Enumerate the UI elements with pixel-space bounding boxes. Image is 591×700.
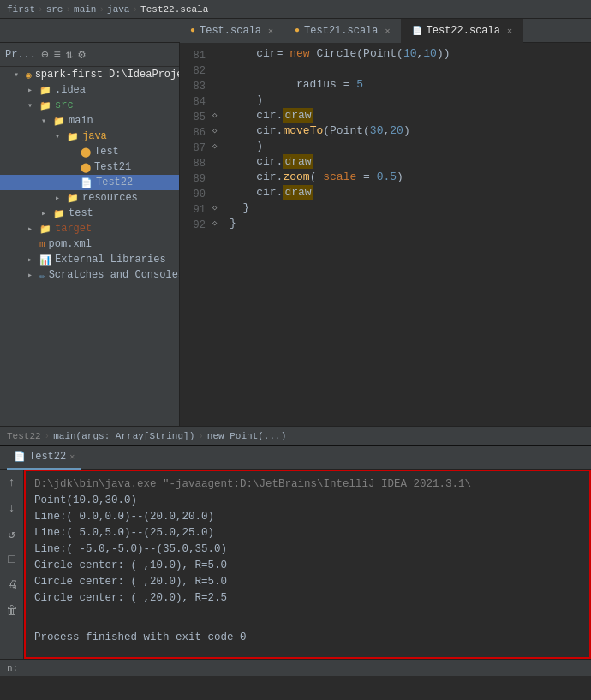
pom-icon: m (39, 239, 45, 249)
tree-label-scratches: Scratches and Consoles (49, 269, 180, 281)
tree-label-main: main (69, 115, 93, 127)
tab-test22-close[interactable]: ✕ (507, 26, 512, 36)
editor-bc-point: new Point(...) (207, 431, 286, 441)
tree-label-idea: .idea (55, 84, 86, 96)
tree-label-test21: Test21 (94, 161, 131, 173)
tree-main[interactable]: ▾ 📁 main (0, 113, 179, 129)
gutter-86: ◇ (212, 123, 226, 139)
tree-label-test: Test (94, 146, 119, 158)
tree-label-ext-lib: External Libraries (55, 254, 166, 266)
add-icon[interactable]: ⊕ (41, 47, 48, 62)
tree-arrow-src: ▾ (27, 100, 39, 111)
folder-icon-test: 📁 (53, 208, 65, 219)
tree-ext-lib[interactable]: ▸ 📊 External Libraries (0, 252, 179, 267)
tree-spark-first[interactable]: ▾ ◉ spark-first D:\IdeaProjects\s (0, 67, 179, 82)
code-line-90: cir.draw (212, 185, 591, 200)
gear-icon[interactable]: ⚙ (78, 47, 85, 62)
editor-bc-main: main(args: Array[String]) (53, 431, 194, 441)
output-line-8 (34, 607, 581, 623)
gutter-87: ◇ (212, 139, 226, 154)
code-line-84: ) (212, 93, 591, 108)
folder-icon-src: 📁 (39, 100, 51, 111)
sidebar-toolbar: Pr... ⊕ ≡ ⇅ ⚙ (0, 43, 179, 67)
breadcrumb-sep-1: › (38, 4, 44, 15)
scroll-down-icon[interactable]: ↓ (3, 499, 21, 518)
tab-test21[interactable]: ● Test21.scala ✕ (284, 19, 401, 43)
main-layout: Pr... ⊕ ≡ ⇅ ⚙ ▾ ◉ spark-first D:\IdeaPro… (0, 43, 591, 426)
sort-icon[interactable]: ⇅ (66, 47, 73, 62)
tab-test-label: Test.scala (200, 25, 261, 37)
tree-arrow-spark: ▾ (14, 69, 26, 80)
run-sidebar-icons: ↑ ↓ ↺ □ 🖨 🗑 (0, 470, 24, 659)
output-line-9: Process finished with exit code 0 (34, 630, 581, 646)
tree-test22-class[interactable]: 📄 Test22 (0, 175, 179, 190)
folder-icon-java: 📁 (67, 131, 79, 142)
run-panel: 📄 Test22 ✕ ↑ ↓ ↺ □ 🖨 🗑 D:\jdk\bin\java.e… (0, 445, 591, 659)
rerun-icon[interactable]: ↺ (3, 524, 21, 543)
code-line-92: ◇ } (212, 216, 591, 231)
sidebar-title: Pr... (5, 49, 36, 61)
tree-arrow-idea: ▸ (27, 85, 39, 95)
code-lines[interactable]: cir= new Circle(Point(10,10)) radius = 5… (212, 46, 591, 422)
print-icon[interactable]: 🖨 (3, 576, 21, 595)
tree-pom[interactable]: m pom.xml (0, 236, 179, 252)
collapse-icon[interactable]: ≡ (53, 48, 60, 62)
run-output: D:\jdk\bin\java.exe "-javaagent:D:\JetBr… (24, 470, 591, 659)
scroll-up-icon[interactable]: ↑ (3, 473, 21, 492)
breadcrumb-file: Test22.scala (140, 4, 208, 15)
tree-arrow-test-folder: ▸ (41, 208, 53, 218)
output-line-4: Line:( -5.0,-5.0)--(35.0,35.0) (34, 541, 581, 558)
tree-arrow-resources: ▸ (55, 193, 67, 203)
tree-arrow-ext-lib: ▸ (27, 254, 39, 265)
tab-bar: ● Test.scala ✕ ● Test21.scala ✕ 📄 Test22… (0, 19, 591, 43)
tree-label-spark: spark-first D:\IdeaProjects\s (35, 69, 180, 81)
sidebar: Pr... ⊕ ≡ ⇅ ⚙ ▾ ◉ spark-first D:\IdeaPro… (0, 43, 180, 426)
breadcrumb-first: first (7, 4, 35, 15)
tree-test-class[interactable]: ⬤ Test (0, 144, 179, 159)
output-line-3: Line:( 5.0,5.0)--(25.0,25.0) (34, 525, 581, 541)
code-line-83: radius = 5 (212, 77, 591, 93)
delete-icon[interactable]: 🗑 (3, 601, 21, 620)
tree-test21-class[interactable]: ⬤ Test21 (0, 159, 179, 175)
line-numbers: 81 82 83 84 85 86 87 88 89 90 91 92 (180, 46, 212, 422)
code-line-81: cir= new Circle(Point(10,10)) (212, 46, 591, 62)
gutter-92: ◇ (212, 216, 226, 231)
code-line-86: ◇ cir.moveTo(Point(30,20) (212, 123, 591, 139)
class-icon-test21: ⬤ (81, 162, 91, 173)
tree-label-pom: pom.xml (49, 238, 92, 250)
code-content: 81 82 83 84 85 86 87 88 89 90 91 92 (180, 43, 591, 426)
code-line-89: cir.zoom( scale = 0.5) (212, 170, 591, 185)
tree-idea[interactable]: ▸ 📁 .idea (0, 82, 179, 98)
stop-icon[interactable]: □ (3, 550, 21, 569)
tab-test21-close[interactable]: ✕ (385, 26, 391, 36)
tab-test-close[interactable]: ✕ (268, 26, 273, 36)
tab-test[interactable]: ● Test.scala ✕ (180, 19, 284, 43)
tree-target[interactable]: ▸ 📁 target (0, 221, 179, 236)
folder-icon-target: 📁 (39, 224, 51, 235)
code-line-91: ◇ } (212, 200, 591, 216)
lib-icon: 📊 (39, 254, 51, 266)
tree-scratches[interactable]: ▸ ✏ Scratches and Consoles (0, 267, 179, 283)
class-icon-test: ⬤ (81, 147, 91, 158)
output-line-0: D:\jdk\bin\java.exe "-javaagent:D:\JetBr… (34, 476, 581, 493)
tab-test22-icon: 📄 (412, 26, 422, 36)
editor-breadcrumb: Test22 › main(args: Array[String]) › new… (0, 426, 591, 445)
tab-test22[interactable]: 📄 Test22.scala ✕ (402, 19, 523, 43)
tree-label-target: target (55, 223, 92, 235)
folder-icon-resources: 📁 (67, 193, 79, 204)
tree-label-test-folder: test (69, 207, 93, 219)
tree-arrow-scratches: ▸ (27, 270, 39, 280)
run-toolbar: 📄 Test22 ✕ (0, 446, 591, 470)
run-tab-close[interactable]: ✕ (69, 452, 75, 462)
output-line-6: Circle center: ( ,20.0), R=5.0 (34, 574, 581, 590)
run-tab-label: Test22 (29, 451, 66, 463)
tree-label-resources: resources (82, 192, 138, 204)
tab-test22-label: Test22.scala (427, 25, 500, 37)
tree-java[interactable]: ▾ 📁 java (0, 129, 179, 144)
scratch-icon: ✏ (39, 270, 45, 281)
output-line-1: Point(10.0,30.0) (34, 493, 581, 509)
tree-test-folder[interactable]: ▸ 📁 test (0, 206, 179, 221)
run-tab-test22[interactable]: 📄 Test22 ✕ (7, 446, 81, 470)
tree-src[interactable]: ▾ 📁 src (0, 98, 179, 113)
tree-resources[interactable]: ▸ 📁 resources (0, 190, 179, 206)
